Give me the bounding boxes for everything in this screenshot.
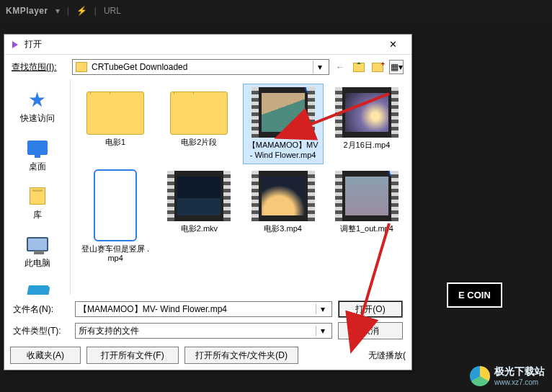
file-item[interactable]: 电影1 xyxy=(75,84,156,164)
new-folder-icon[interactable] xyxy=(370,59,386,75)
folder-icon xyxy=(170,92,228,135)
network-icon xyxy=(26,285,49,295)
ecoin-button[interactable]: E COIN xyxy=(447,282,502,308)
separator: | xyxy=(67,6,69,16)
phone-screenshot-thumbnail xyxy=(94,169,137,241)
file-item[interactable]: 电影3.mp4 xyxy=(243,167,324,268)
lookin-combo[interactable]: CRTubeGet Downloaded ▾ xyxy=(72,59,329,75)
open-all-files-folders-button[interactable]: 打开所有文件/文件夹(D) xyxy=(184,347,298,364)
libraries-icon xyxy=(30,187,45,205)
kmplayer-logo: KMPlayer xyxy=(6,6,48,16)
annotation-badge: 2 xyxy=(388,171,399,178)
video-thumbnail xyxy=(167,171,231,221)
extra-buttons: 收藏夹(A) 打开所有文件(F) 打开所有文件/文件夹(D) 无缝播放( xyxy=(4,342,411,370)
filetype-label: 文件类型(T): xyxy=(13,325,69,337)
file-item-label: 电影2片段 xyxy=(181,138,217,148)
lookin-label: 查找范围(I): xyxy=(12,61,69,74)
kmplayer-titlebar: KMPlayer ▾ | ⚡ | URL xyxy=(0,0,552,22)
places-libraries[interactable]: 库 xyxy=(4,180,70,228)
chevron-down-icon[interactable]: ▾ xyxy=(316,304,329,314)
views-icon[interactable]: ▦▾ xyxy=(388,59,404,75)
chevron-down-icon[interactable]: ▾ xyxy=(313,61,326,74)
places-bar: ★ 快速访问 桌面 库 此电脑 网络 xyxy=(4,79,71,295)
close-icon[interactable]: ✕ xyxy=(378,36,407,53)
separator: | xyxy=(94,6,97,16)
file-item-label: 电影3.mp4 xyxy=(264,224,302,234)
file-item[interactable]: 2月16日.mp4 xyxy=(326,84,407,164)
file-item[interactable]: 电影2.mkv xyxy=(159,167,239,268)
file-item[interactable]: 2调整1_out.mp4 xyxy=(326,167,407,268)
lightning-icon[interactable]: ⚡ xyxy=(76,6,87,16)
svg-marker-0 xyxy=(12,41,18,48)
filename-value: 【MAMAMOO】MV- Wind Flower.mp4 xyxy=(79,303,316,316)
watermark-url: www.xz7.com xyxy=(494,378,545,386)
places-desktop[interactable]: 桌面 xyxy=(4,132,70,180)
favorites-button[interactable]: 收藏夹(A) xyxy=(10,347,81,364)
video-thumbnail xyxy=(335,87,399,138)
open-all-files-button[interactable]: 打开所有文件(F) xyxy=(86,347,179,364)
file-item-label: 【MAMAMOO】MV- Wind Flower.mp4 xyxy=(247,141,319,161)
file-item-label: 调整1_out.mp4 xyxy=(340,224,393,234)
places-network[interactable]: 网络 xyxy=(4,277,70,295)
filename-combo[interactable]: 【MAMAMOO】MV- Wind Flower.mp4 ▾ xyxy=(75,301,332,317)
open-file-dialog: 打开 ✕ 查找范围(I): CRTubeGet Downloaded ▾ ← ▦… xyxy=(4,34,412,370)
annotation-badge: 1 xyxy=(305,87,315,94)
watermark-text: 极光下载站 xyxy=(494,365,545,378)
file-controls: 文件名(N): 【MAMAMOO】MV- Wind Flower.mp4 ▾ 打… xyxy=(4,295,411,342)
open-button[interactable]: 打开(O) xyxy=(338,300,403,318)
folder-icon xyxy=(76,62,87,72)
video-thumbnail xyxy=(251,171,315,221)
file-item[interactable]: 登山赛车但是竖屏 .mp4 xyxy=(75,167,156,268)
places-quick-access[interactable]: ★ 快速访问 xyxy=(4,84,70,132)
dialog-title: 打开 xyxy=(25,38,378,50)
file-item-label: 2月16日.mp4 xyxy=(343,141,390,151)
file-item[interactable]: 电影2片段 xyxy=(159,84,239,164)
chevron-down-icon[interactable]: ▾ xyxy=(316,326,329,336)
star-icon: ★ xyxy=(28,88,46,112)
seamless-label[interactable]: 无缝播放( xyxy=(368,349,406,362)
file-item[interactable]: 1【MAMAMOO】MV- Wind Flower.mp4 xyxy=(243,84,324,164)
url-label[interactable]: URL xyxy=(104,6,121,16)
up-folder-icon[interactable] xyxy=(351,59,367,75)
filetype-value: 所有支持的文件 xyxy=(79,325,316,337)
video-thumbnail: 1 xyxy=(251,87,315,138)
filename-label: 文件名(N): xyxy=(13,303,69,316)
file-list[interactable]: 电影1电影2片段1【MAMAMOO】MV- Wind Flower.mp42月1… xyxy=(71,79,411,295)
file-item-label: 电影2.mkv xyxy=(181,224,218,234)
watermark-logo: 极光下载站 www.xz7.com xyxy=(470,365,545,386)
places-this-pc[interactable]: 此电脑 xyxy=(4,228,70,277)
chevron-down-icon[interactable]: ▾ xyxy=(55,6,60,16)
cancel-button[interactable]: 取消 xyxy=(338,322,403,339)
watermark-icon xyxy=(470,366,490,386)
dialog-icon xyxy=(10,40,20,50)
video-thumbnail: 2 xyxy=(335,171,399,221)
file-item-label: 登山赛车但是竖屏 .mp4 xyxy=(79,244,151,264)
filetype-combo[interactable]: 所有支持的文件 ▾ xyxy=(75,323,332,339)
desktop-icon xyxy=(27,141,48,155)
folder-icon xyxy=(86,92,144,135)
back-icon[interactable]: ← xyxy=(332,59,348,75)
pc-icon xyxy=(27,237,48,251)
lookin-row: 查找范围(I): CRTubeGet Downloaded ▾ ← ▦▾ xyxy=(4,55,411,79)
lookin-value: CRTubeGet Downloaded xyxy=(92,62,187,72)
file-item-label: 电影1 xyxy=(105,138,125,148)
dialog-titlebar[interactable]: 打开 ✕ xyxy=(4,35,411,55)
